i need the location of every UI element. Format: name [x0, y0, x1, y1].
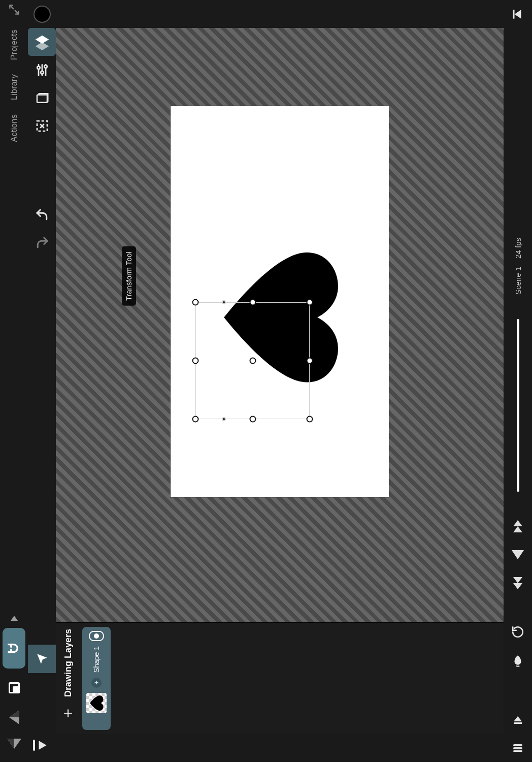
- timeline-bar: 24 fps Scene 1: [504, 0, 532, 762]
- undo-button[interactable]: [28, 201, 56, 229]
- arrange-icon[interactable]: [3, 677, 25, 699]
- crop-button[interactable]: [28, 112, 56, 140]
- layers-panel: Drawing Layers + Shape 1 ✦: [56, 622, 504, 734]
- eject-frame-button[interactable]: [504, 705, 532, 734]
- play-button[interactable]: [504, 541, 532, 569]
- svg-point-0: [37, 66, 40, 69]
- loop-button[interactable]: [504, 618, 532, 646]
- flip-horizontal-icon[interactable]: [9, 710, 19, 724]
- svg-point-1: [41, 71, 44, 74]
- timeline-scrubber[interactable]: [517, 319, 519, 492]
- color-picker-button[interactable]: [28, 0, 56, 28]
- layer-name-label: Shape 1: [92, 646, 101, 673]
- layer-row[interactable]: Shape 1 ✦: [82, 627, 111, 730]
- layer-thumbnail[interactable]: [86, 693, 107, 713]
- fast-forward-button[interactable]: [504, 512, 532, 541]
- collapse-triangle-icon[interactable]: [11, 616, 18, 621]
- redo-button[interactable]: [28, 229, 56, 257]
- svg-rect-8: [514, 722, 522, 724]
- svg-rect-9: [513, 744, 522, 746]
- frames-stack-button[interactable]: [504, 734, 532, 762]
- fullscreen-icon[interactable]: [8, 3, 21, 18]
- adjust-sliders-button[interactable]: [28, 56, 56, 84]
- layers-mode-button[interactable]: [28, 28, 56, 56]
- top-nav: Projects Library Actions: [0, 0, 28, 762]
- add-layer-button[interactable]: +: [63, 705, 73, 721]
- flip-vertical-icon[interactable]: [7, 739, 21, 749]
- magnet-button[interactable]: [3, 628, 25, 669]
- fps-label: 24 fps: [514, 234, 522, 263]
- step-back-button[interactable]: [504, 0, 532, 28]
- tab-library[interactable]: Library: [10, 67, 19, 107]
- artboard[interactable]: [171, 106, 389, 497]
- tool-tooltip: Transform Tool: [122, 246, 136, 306]
- onion-skin-button[interactable]: [504, 646, 532, 675]
- transform-tool-button[interactable]: [28, 645, 56, 673]
- flipbook-button[interactable]: [28, 84, 56, 112]
- scene-label[interactable]: Scene 1: [514, 263, 522, 299]
- svg-rect-3: [37, 94, 47, 102]
- tab-projects[interactable]: Projects: [10, 22, 19, 67]
- svg-rect-10: [513, 747, 522, 749]
- rewind-button[interactable]: [504, 569, 532, 597]
- canvas-area[interactable]: Transform Tool Drawing Layers + Shape 1 …: [56, 28, 504, 734]
- svg-rect-7: [513, 10, 514, 18]
- selection-bounding-box[interactable]: [195, 302, 310, 419]
- layer-type-icon: ✦: [91, 678, 102, 688]
- svg-rect-11: [513, 750, 522, 752]
- layers-panel-title: Drawing Layers: [63, 629, 74, 697]
- svg-point-2: [44, 65, 47, 68]
- tab-actions[interactable]: Actions: [10, 107, 19, 149]
- visibility-toggle-icon[interactable]: [89, 631, 104, 641]
- pasteboard: [56, 28, 504, 622]
